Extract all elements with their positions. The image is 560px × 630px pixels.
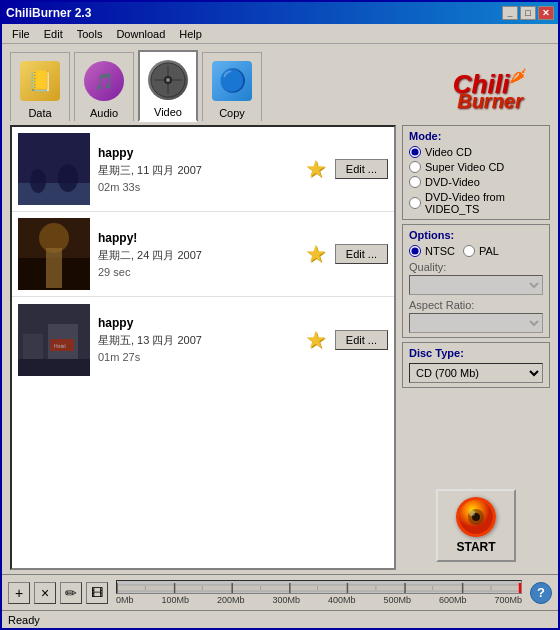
pal-radio[interactable]	[463, 245, 475, 257]
menu-download[interactable]: Download	[110, 26, 171, 42]
aspect-dropdown[interactable]	[409, 313, 543, 333]
tab-copy-label: Copy	[219, 107, 245, 119]
copy-tab-icon: 🔵	[208, 57, 256, 105]
window-title: ChiliBurner 2.3	[6, 6, 91, 20]
video-title-0: happy	[98, 146, 297, 160]
tab-audio[interactable]: 🎵 Audio	[74, 52, 134, 121]
svg-point-27	[469, 510, 475, 516]
mode-option-0[interactable]: Video CD	[409, 146, 543, 158]
status-bar: Ready	[2, 610, 558, 628]
toolbar: 📒 Data 🎵 Audio	[2, 44, 558, 121]
svg-rect-16	[18, 218, 90, 290]
video-item-1: happy! 星期二, 24 四月 2007 29 sec ★ Edit ...	[12, 212, 394, 297]
video-title-1: happy!	[98, 231, 297, 245]
start-area: START	[402, 481, 550, 570]
tab-copy[interactable]: 🔵 Copy	[202, 52, 262, 121]
label-0mb: 0Mb	[116, 595, 134, 605]
tab-audio-label: Audio	[90, 107, 118, 119]
label-300mb: 300Mb	[272, 595, 300, 605]
video-date-0: 星期三, 11 四月 2007	[98, 163, 297, 178]
video-info-0: happy 星期三, 11 四月 2007 02m 33s	[98, 146, 297, 193]
mode-radio-1[interactable]	[409, 161, 421, 173]
quality-row: Quality:	[409, 261, 543, 295]
edit-tool-button[interactable]: ✏	[60, 582, 82, 604]
aspect-row: Aspect Ratio:	[409, 299, 543, 333]
mode-section: Mode: Video CD Super Video CD DVD-Video	[402, 125, 550, 220]
quality-dropdown[interactable]	[409, 275, 543, 295]
video-date-2: 星期五, 13 四月 2007	[98, 333, 297, 348]
video-item-2: Hotel happy 星期五, 13 四月 2007 01m 27s ★ Ed…	[12, 297, 394, 382]
mode-radio-0[interactable]	[409, 146, 421, 158]
disc-title: Disc Type:	[409, 347, 543, 359]
minimize-button[interactable]: _	[502, 6, 518, 20]
svg-rect-11	[18, 133, 90, 205]
thumbnail-1	[18, 218, 90, 290]
edit-button-0[interactable]: Edit ...	[335, 159, 388, 179]
menu-tools[interactable]: Tools	[71, 26, 109, 42]
menu-help[interactable]: Help	[173, 26, 208, 42]
pal-option[interactable]: PAL	[463, 245, 499, 257]
data-tab-icon: 📒	[16, 57, 64, 105]
start-icon	[456, 497, 496, 537]
quality-label: Quality:	[409, 261, 543, 273]
options-title: Options:	[409, 229, 543, 241]
title-bar-buttons: _ □ ✕	[502, 6, 554, 20]
svg-rect-23	[18, 304, 90, 376]
progress-area: 0Mb 100Mb 200Mb 300Mb 400Mb 500Mb 600Mb …	[112, 580, 526, 605]
disc-section: Disc Type: CD (700 Mb)	[402, 342, 550, 388]
ntsc-option[interactable]: NTSC	[409, 245, 455, 257]
svg-point-2	[166, 78, 170, 82]
edit-button-2[interactable]: Edit ...	[335, 330, 388, 350]
label-700mb: 700Mb	[494, 595, 522, 605]
menu-edit[interactable]: Edit	[38, 26, 69, 42]
options-section: Options: NTSC PAL Quality:	[402, 224, 550, 338]
mode-option-2[interactable]: DVD-Video	[409, 176, 543, 188]
tab-video-label: Video	[154, 106, 182, 118]
mode-radio-2[interactable]	[409, 176, 421, 188]
maximize-button[interactable]: □	[520, 6, 536, 20]
bottom-toolbar: + × ✏ 🎞	[2, 574, 558, 610]
menu-file[interactable]: File	[6, 26, 36, 42]
main-content: happy 星期三, 11 四月 2007 02m 33s ★ Edit ...	[2, 121, 558, 574]
disc-dropdown[interactable]: CD (700 Mb)	[409, 363, 543, 383]
delete-button[interactable]: ×	[34, 582, 56, 604]
edit-button-1[interactable]: Edit ...	[335, 244, 388, 264]
star-icon-0[interactable]: ★	[305, 155, 327, 183]
progress-labels: 0Mb 100Mb 200Mb 300Mb 400Mb 500Mb 600Mb …	[116, 595, 522, 605]
video-item-0: happy 星期三, 11 四月 2007 02m 33s ★ Edit ...	[12, 127, 394, 212]
label-100mb: 100Mb	[161, 595, 189, 605]
svg-rect-28	[117, 585, 521, 591]
star-icon-1[interactable]: ★	[305, 240, 327, 268]
ntsc-pal-row: NTSC PAL	[409, 245, 543, 257]
star-icon-2[interactable]: ★	[305, 326, 327, 354]
start-button[interactable]: START	[436, 489, 516, 562]
title-bar: ChiliBurner 2.3 _ □ ✕	[2, 2, 558, 24]
tab-data[interactable]: 📒 Data	[10, 52, 70, 121]
ntsc-radio[interactable]	[409, 245, 421, 257]
status-text: Ready	[8, 614, 40, 626]
mode-radio-group: Video CD Super Video CD DVD-Video DVD-Vi…	[409, 146, 543, 215]
video-duration-1: 29 sec	[98, 266, 297, 278]
video-title-2: happy	[98, 316, 297, 330]
video-info-2: happy 星期五, 13 四月 2007 01m 27s	[98, 316, 297, 363]
add-button[interactable]: +	[8, 582, 30, 604]
tab-video[interactable]: Video	[138, 50, 198, 122]
close-button[interactable]: ✕	[538, 6, 554, 20]
tab-data-label: Data	[28, 107, 51, 119]
video-duration-0: 02m 33s	[98, 181, 297, 193]
right-panel: Mode: Video CD Super Video CD DVD-Video	[402, 125, 550, 570]
label-600mb: 600Mb	[439, 595, 467, 605]
menu-bar: File Edit Tools Download Help	[2, 24, 558, 44]
thumbnail-2: Hotel	[18, 304, 90, 376]
mode-option-3[interactable]: DVD-Video from VIDEO_TS	[409, 191, 543, 215]
label-400mb: 400Mb	[328, 595, 356, 605]
mode-radio-3[interactable]	[409, 197, 421, 209]
thumbnail-0	[18, 133, 90, 205]
label-200mb: 200Mb	[217, 595, 245, 605]
mode-option-1[interactable]: Super Video CD	[409, 161, 543, 173]
help-button[interactable]: ?	[530, 582, 552, 604]
audio-tab-icon: 🎵	[80, 57, 128, 105]
start-label: START	[456, 540, 495, 554]
film-button[interactable]: 🎞	[86, 582, 108, 604]
video-tab-icon	[144, 56, 192, 104]
